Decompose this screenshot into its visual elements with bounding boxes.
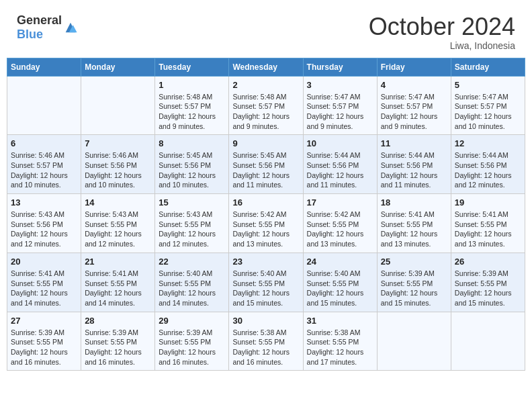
- calendar-day-cell: 30Sunrise: 5:38 AMSunset: 5:55 PMDayligh…: [229, 312, 303, 371]
- day-number: 27: [11, 316, 77, 326]
- weekday-header: Monday: [81, 58, 155, 76]
- month-title: October 2024: [369, 13, 515, 40]
- title-section: October 2024 Liwa, Indonesia: [369, 13, 515, 51]
- weekday-header: Wednesday: [229, 58, 303, 76]
- calendar-day-cell: 9Sunrise: 5:45 AMSunset: 5:56 PMDaylight…: [229, 135, 303, 194]
- day-number: 30: [232, 316, 299, 326]
- day-info: Sunrise: 5:38 AMSunset: 5:55 PMDaylight:…: [232, 328, 299, 367]
- day-info: Sunrise: 5:44 AMSunset: 5:56 PMDaylight:…: [381, 150, 447, 190]
- calendar-day-cell: [81, 76, 155, 135]
- calendar-day-cell: 17Sunrise: 5:42 AMSunset: 5:55 PMDayligh…: [303, 194, 377, 253]
- day-info: Sunrise: 5:42 AMSunset: 5:55 PMDaylight:…: [307, 210, 373, 249]
- calendar-day-cell: 13Sunrise: 5:43 AMSunset: 5:56 PMDayligh…: [7, 194, 81, 253]
- calendar-day-cell: 18Sunrise: 5:41 AMSunset: 5:55 PMDayligh…: [377, 194, 451, 253]
- calendar-day-cell: 23Sunrise: 5:40 AMSunset: 5:55 PMDayligh…: [229, 253, 303, 312]
- day-info: Sunrise: 5:41 AMSunset: 5:55 PMDaylight:…: [455, 210, 521, 249]
- weekday-header: Thursday: [303, 58, 377, 76]
- weekday-header: Saturday: [451, 58, 525, 76]
- calendar-day-cell: 3Sunrise: 5:47 AMSunset: 5:57 PMDaylight…: [303, 76, 377, 135]
- day-info: Sunrise: 5:44 AMSunset: 5:56 PMDaylight:…: [455, 150, 521, 190]
- logo-icon: [63, 20, 78, 35]
- day-info: Sunrise: 5:39 AMSunset: 5:55 PMDaylight:…: [11, 328, 77, 367]
- day-info: Sunrise: 5:44 AMSunset: 5:56 PMDaylight:…: [307, 150, 373, 190]
- calendar-day-cell: 16Sunrise: 5:42 AMSunset: 5:55 PMDayligh…: [229, 194, 303, 253]
- calendar-day-cell: 15Sunrise: 5:43 AMSunset: 5:55 PMDayligh…: [155, 194, 229, 253]
- day-number: 12: [455, 138, 521, 148]
- day-info: Sunrise: 5:43 AMSunset: 5:56 PMDaylight:…: [11, 210, 77, 249]
- day-info: Sunrise: 5:46 AMSunset: 5:56 PMDaylight:…: [85, 150, 151, 190]
- calendar-day-cell: 31Sunrise: 5:38 AMSunset: 5:55 PMDayligh…: [303, 312, 377, 371]
- calendar-day-cell: 28Sunrise: 5:39 AMSunset: 5:55 PMDayligh…: [81, 312, 155, 371]
- weekday-row: SundayMondayTuesdayWednesdayThursdayFrid…: [7, 58, 525, 76]
- day-number: 28: [85, 316, 151, 326]
- day-number: 11: [381, 138, 447, 148]
- day-info: Sunrise: 5:39 AMSunset: 5:55 PMDaylight:…: [455, 269, 521, 308]
- day-number: 2: [232, 80, 299, 90]
- day-number: 19: [455, 197, 521, 208]
- calendar-week-row: 1Sunrise: 5:48 AMSunset: 5:57 PMDaylight…: [7, 76, 525, 135]
- day-number: 9: [232, 138, 299, 148]
- day-number: 15: [159, 197, 225, 208]
- day-number: 17: [307, 197, 373, 208]
- calendar-day-cell: 4Sunrise: 5:47 AMSunset: 5:57 PMDaylight…: [377, 76, 451, 135]
- day-info: Sunrise: 5:47 AMSunset: 5:57 PMDaylight:…: [455, 92, 521, 132]
- calendar-day-cell: 7Sunrise: 5:46 AMSunset: 5:56 PMDaylight…: [81, 135, 155, 194]
- calendar-week-row: 27Sunrise: 5:39 AMSunset: 5:55 PMDayligh…: [7, 312, 525, 371]
- calendar-day-cell: 14Sunrise: 5:43 AMSunset: 5:55 PMDayligh…: [81, 194, 155, 253]
- day-number: 3: [307, 80, 373, 90]
- calendar-day-cell: [7, 76, 81, 135]
- day-number: 26: [455, 257, 521, 267]
- day-info: Sunrise: 5:38 AMSunset: 5:55 PMDaylight:…: [307, 328, 373, 367]
- day-info: Sunrise: 5:48 AMSunset: 5:57 PMDaylight:…: [159, 92, 225, 132]
- day-info: Sunrise: 5:39 AMSunset: 5:55 PMDaylight:…: [381, 269, 447, 308]
- logo-text: General Blue: [17, 13, 62, 42]
- day-info: Sunrise: 5:42 AMSunset: 5:55 PMDaylight:…: [232, 210, 299, 249]
- day-number: 21: [85, 257, 151, 267]
- page-header: General Blue October 2024 Liwa, Indonesi…: [7, 7, 525, 54]
- day-info: Sunrise: 5:39 AMSunset: 5:55 PMDaylight:…: [159, 328, 225, 367]
- calendar-day-cell: 6Sunrise: 5:46 AMSunset: 5:57 PMDaylight…: [7, 135, 81, 194]
- day-number: 14: [85, 197, 151, 208]
- calendar-day-cell: 8Sunrise: 5:45 AMSunset: 5:56 PMDaylight…: [155, 135, 229, 194]
- logo-blue: Blue: [17, 28, 43, 41]
- day-info: Sunrise: 5:39 AMSunset: 5:55 PMDaylight:…: [85, 328, 151, 367]
- day-info: Sunrise: 5:46 AMSunset: 5:57 PMDaylight:…: [11, 150, 77, 190]
- calendar-day-cell: 11Sunrise: 5:44 AMSunset: 5:56 PMDayligh…: [377, 135, 451, 194]
- day-number: 5: [455, 80, 521, 90]
- calendar-week-row: 13Sunrise: 5:43 AMSunset: 5:56 PMDayligh…: [7, 194, 525, 253]
- calendar-day-cell: 25Sunrise: 5:39 AMSunset: 5:55 PMDayligh…: [377, 253, 451, 312]
- day-number: 25: [381, 257, 447, 267]
- day-info: Sunrise: 5:40 AMSunset: 5:55 PMDaylight:…: [159, 269, 225, 308]
- calendar-day-cell: 22Sunrise: 5:40 AMSunset: 5:55 PMDayligh…: [155, 253, 229, 312]
- day-info: Sunrise: 5:43 AMSunset: 5:55 PMDaylight:…: [159, 210, 225, 249]
- calendar-week-row: 6Sunrise: 5:46 AMSunset: 5:57 PMDaylight…: [7, 135, 525, 194]
- calendar-day-cell: 27Sunrise: 5:39 AMSunset: 5:55 PMDayligh…: [7, 312, 81, 371]
- calendar-day-cell: [451, 312, 525, 371]
- day-number: 7: [85, 138, 151, 148]
- day-info: Sunrise: 5:43 AMSunset: 5:55 PMDaylight:…: [85, 210, 151, 249]
- day-number: 24: [307, 257, 373, 267]
- calendar-day-cell: 21Sunrise: 5:41 AMSunset: 5:55 PMDayligh…: [81, 253, 155, 312]
- day-info: Sunrise: 5:41 AMSunset: 5:55 PMDaylight:…: [11, 269, 77, 308]
- calendar-day-cell: 26Sunrise: 5:39 AMSunset: 5:55 PMDayligh…: [451, 253, 525, 312]
- weekday-header: Sunday: [7, 58, 81, 76]
- day-number: 10: [307, 138, 373, 148]
- day-number: 1: [159, 80, 225, 90]
- calendar-day-cell: 10Sunrise: 5:44 AMSunset: 5:56 PMDayligh…: [303, 135, 377, 194]
- calendar-week-row: 20Sunrise: 5:41 AMSunset: 5:55 PMDayligh…: [7, 253, 525, 312]
- day-info: Sunrise: 5:41 AMSunset: 5:55 PMDaylight:…: [381, 210, 447, 249]
- calendar-day-cell: 24Sunrise: 5:40 AMSunset: 5:55 PMDayligh…: [303, 253, 377, 312]
- day-number: 13: [11, 197, 77, 208]
- day-number: 23: [232, 257, 299, 267]
- day-info: Sunrise: 5:48 AMSunset: 5:57 PMDaylight:…: [232, 92, 299, 132]
- calendar-day-cell: 20Sunrise: 5:41 AMSunset: 5:55 PMDayligh…: [7, 253, 81, 312]
- day-info: Sunrise: 5:41 AMSunset: 5:55 PMDaylight:…: [85, 269, 151, 308]
- day-number: 4: [381, 80, 447, 90]
- weekday-header: Friday: [377, 58, 451, 76]
- calendar-day-cell: 12Sunrise: 5:44 AMSunset: 5:56 PMDayligh…: [451, 135, 525, 194]
- calendar-day-cell: 29Sunrise: 5:39 AMSunset: 5:55 PMDayligh…: [155, 312, 229, 371]
- calendar-day-cell: [377, 312, 451, 371]
- day-number: 16: [232, 197, 299, 208]
- calendar-day-cell: 2Sunrise: 5:48 AMSunset: 5:57 PMDaylight…: [229, 76, 303, 135]
- day-info: Sunrise: 5:40 AMSunset: 5:55 PMDaylight:…: [307, 269, 373, 308]
